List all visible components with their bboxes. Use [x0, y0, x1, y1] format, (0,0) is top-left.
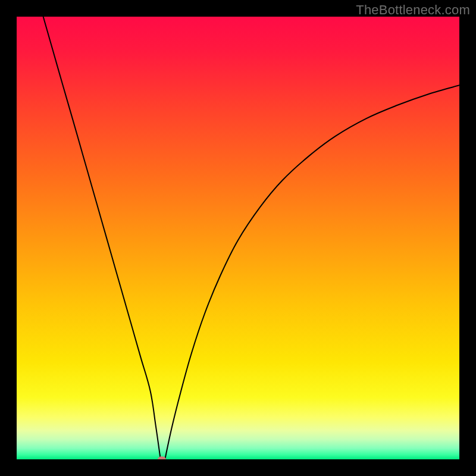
watermark-text: TheBottleneck.com	[356, 2, 470, 18]
chart-frame: TheBottleneck.com	[0, 0, 476, 476]
plot-area	[17, 17, 459, 459]
bottleneck-curve	[17, 17, 459, 459]
minimum-marker	[158, 456, 166, 459]
